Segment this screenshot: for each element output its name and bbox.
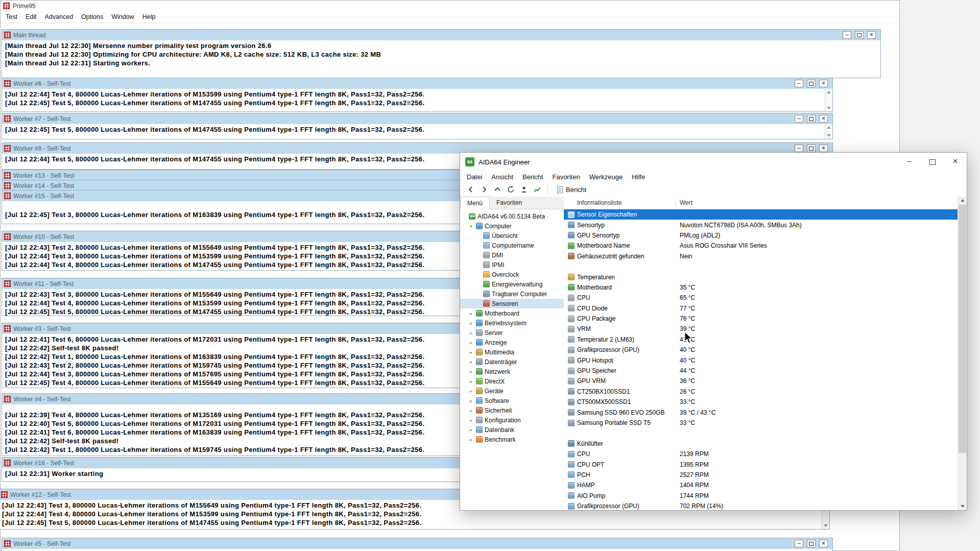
list-scrollbar[interactable] [958, 197, 967, 510]
tree-item-server[interactable]: ▸ Server [460, 328, 564, 338]
profile-icon[interactable] [517, 184, 531, 195]
menu-item[interactable]: Datei [462, 173, 487, 181]
sensor-row-motherboard-name[interactable]: Motherboard Name Asus ROG Crosshair VIII… [564, 241, 958, 251]
sensor-row-grafikprozessor-gpu[interactable]: Grafikprozessor (GPU) 40 °C [564, 345, 958, 355]
tree-item-sicherheit[interactable]: ▸ Sicherheit [460, 405, 564, 415]
tree-chevron-icon[interactable]: ▸ [468, 311, 474, 316]
minimize-icon[interactable] [898, 153, 921, 171]
sensor-row-ct250bx100ssd1[interactable]: CT250BX100SSD1 26 °C [564, 387, 958, 397]
window-titlebar[interactable]: Worker #6 - Self-Test [2, 78, 832, 89]
sensor-row-cpu[interactable]: CPU 65 °C [564, 293, 958, 303]
up-icon[interactable] [491, 184, 504, 195]
tree-chevron-icon[interactable]: ▸ [468, 418, 474, 423]
maximize-icon[interactable] [807, 540, 816, 547]
tree-item-overclock[interactable]: Overclock [460, 270, 564, 279]
menu-item[interactable]: Advanced [40, 13, 77, 20]
refresh-icon[interactable] [504, 184, 517, 195]
sensor-row-temperaturen[interactable]: Temperaturen [564, 272, 958, 282]
tab-favoriten[interactable]: Favoriten [490, 197, 529, 209]
minimize-icon[interactable] [795, 115, 803, 123]
sensor-row-cpu-package[interactable]: CPU Package 76 °C [564, 314, 958, 324]
scroll-up-icon[interactable] [825, 89, 832, 95]
tree-chevron-icon[interactable]: ▸ [468, 330, 474, 336]
sensor-row-geh-usezutritt-gefunden[interactable]: Gehäusezutritt gefunden Nein [564, 251, 958, 261]
tree-chevron-icon[interactable]: ▸ [468, 369, 474, 374]
tree-item-directx[interactable]: ▸ DirectX [460, 376, 564, 386]
sensor-row-samsung-ssd-960-evo-250gb[interactable]: Samsung SSD 960 EVO 250GB 39 °C / 43 °C [564, 407, 958, 417]
tree-item-sensoren[interactable]: Sensoren [460, 299, 564, 308]
window-titlebar[interactable]: Main thread [2, 30, 880, 41]
tree-chevron-icon[interactable]: ▸ [468, 360, 474, 365]
tree-chevron-icon[interactable]: ▸ [468, 408, 474, 413]
chart-icon[interactable] [531, 184, 544, 195]
minimize-icon[interactable] [795, 145, 803, 152]
scrollbar[interactable] [825, 124, 832, 139]
tree-item-aida64-v6-00-5134-beta[interactable]: 64 AIDA64 v6.00.5134 Beta [460, 211, 564, 221]
tree-chevron-icon[interactable]: ▸ [468, 437, 474, 442]
tree-chevron-icon[interactable]: ▸ [468, 379, 474, 384]
column-header-informationsliste[interactable]: Informationsliste [564, 199, 676, 207]
tree-item-konfiguration[interactable]: ▸ Konfiguration [460, 415, 564, 425]
sensor-row-cpu[interactable]: CPU 2139 RPM [564, 449, 958, 459]
tree-item-bersicht[interactable]: Übersicht [460, 231, 564, 241]
menu-item[interactable]: Window [107, 13, 138, 20]
tree-item-benchmark[interactable]: ▸ Benchmark [460, 435, 564, 444]
sensor-row[interactable] [564, 428, 958, 438]
tree-item-computername[interactable]: Computername [460, 241, 564, 250]
close-icon[interactable] [944, 153, 967, 171]
sensor-row-gpu-speicher[interactable]: GPU Speicher 44 °C [564, 366, 958, 376]
sensor-row-temperatur-2-lm63[interactable]: Temperatur 2 (LM63) 41 °C [564, 334, 958, 345]
sensor-row-samsung-portable-ssd-t5[interactable]: Samsung Portable SSD T5 33 °C [564, 418, 958, 428]
sensor-row-pch[interactable]: PCH 2527 RPM [564, 470, 958, 480]
tree-item-datentr-ger[interactable]: ▸ Datenträger [460, 357, 564, 367]
sensor-row-cpu-diode[interactable]: CPU Diode 77 °C [564, 303, 958, 314]
sensor-row[interactable] [564, 261, 958, 272]
tree-item-dmi[interactable]: DMI [460, 250, 564, 260]
sensor-row-grafikprozessor-gpu[interactable]: Grafikprozessor (GPU) 702 RPM (14%) [564, 501, 958, 510]
maximize-icon[interactable] [855, 31, 864, 39]
tree-item-datenbank[interactable]: ▸ Datenbank [460, 425, 564, 435]
tree-chevron-icon[interactable]: ▾ [468, 224, 474, 229]
scroll-down-icon[interactable] [825, 132, 832, 139]
menu-item[interactable]: Ansicht [487, 173, 518, 181]
menu-item[interactable]: Test [2, 13, 21, 20]
tree-item-computer[interactable]: ▾ Computer [460, 221, 564, 231]
sensor-row-motherboard[interactable]: Motherboard 35 °C [564, 282, 958, 293]
sensor-row-sensortyp[interactable]: Sensortyp Nuvoton NCT6798D (ISA A00h, SM… [564, 220, 958, 230]
menu-item[interactable]: Favoriten [547, 173, 584, 181]
scroll-up-icon[interactable] [958, 197, 967, 204]
close-icon[interactable] [819, 80, 828, 87]
scroll-down-icon[interactable] [822, 522, 829, 529]
sensor-row-k-hll-fter[interactable]: Kühllüfter [564, 439, 958, 449]
tree-item-anzeige[interactable]: ▸ Anzeige [460, 338, 564, 347]
tree-item-motherboard[interactable]: ▸ Motherboard [460, 308, 564, 318]
tree-chevron-icon[interactable]: ▸ [468, 398, 474, 403]
aida64-titlebar[interactable]: 64 AIDA64 Engineer [460, 153, 967, 171]
tab-men[interactable]: Menü [460, 197, 490, 209]
column-header-wert[interactable]: Wert [676, 199, 692, 206]
tree-item-energieverwaltung[interactable]: Energieverwaltung [460, 279, 564, 289]
menu-item[interactable]: Help [138, 13, 160, 20]
tree-chevron-icon[interactable]: ▸ [468, 427, 474, 433]
tree-item-ipmi[interactable]: IPMI [460, 260, 564, 270]
scrollbar-thumb[interactable] [959, 205, 966, 453]
scroll-down-icon[interactable] [825, 105, 832, 111]
close-icon[interactable] [867, 31, 876, 39]
window-titlebar[interactable]: Worker #7 - Self-Test [2, 113, 832, 125]
tree-chevron-icon[interactable]: ▸ [468, 321, 474, 326]
menu-item[interactable]: Werkzeuge [585, 173, 628, 181]
maximize-icon[interactable] [921, 153, 944, 171]
close-icon[interactable] [819, 115, 828, 123]
tree-item-software[interactable]: ▸ Software [460, 396, 564, 405]
sensor-row-gpu-hotspot[interactable]: GPU Hotspot 40 °C [564, 355, 958, 365]
scrollbar[interactable] [825, 89, 832, 111]
sensor-row-hamp[interactable]: HAMP 1404 RPM [564, 480, 958, 490]
close-icon[interactable] [819, 540, 828, 547]
back-icon[interactable] [464, 184, 477, 195]
window-titlebar[interactable]: Worker #5 - Self-Test [2, 538, 832, 549]
tree-item-tragbarer-computer[interactable]: Tragbarer Computer [460, 289, 564, 299]
sensor-row-gpu-vrm[interactable]: GPU VRM 36 °C [564, 376, 958, 386]
sensor-row-cpu-opt[interactable]: CPU OPT 1395 RPM [564, 459, 958, 469]
minimize-icon[interactable] [795, 80, 803, 87]
scroll-up-icon[interactable] [825, 124, 832, 131]
